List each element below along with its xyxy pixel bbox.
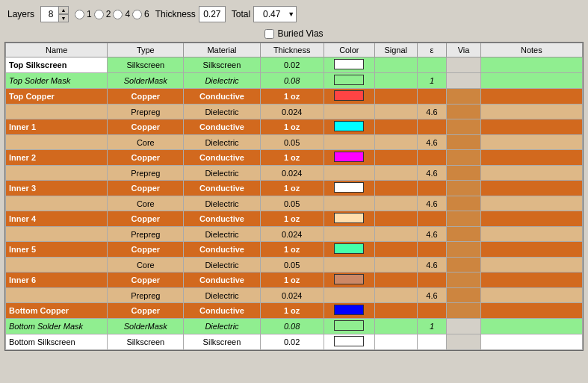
cell-color[interactable] (324, 319, 374, 334)
cell-type: Core (108, 135, 184, 150)
cell-name: Top Silkscreen (6, 57, 108, 73)
cell-name: Inner 5 (6, 242, 108, 258)
thickness-input[interactable] (199, 6, 226, 22)
cell-type: Copper (108, 242, 184, 258)
cell-material: Dielectric (184, 105, 260, 119)
cell-material: Dielectric (184, 135, 260, 150)
radio-4-label: 4 (125, 9, 130, 19)
cell-signal (374, 57, 417, 73)
buried-vias-row: Buried Vias (4, 28, 584, 39)
cell-thickness: 0.08 (260, 73, 324, 89)
cell-notes (480, 273, 582, 288)
cell-signal (374, 211, 417, 227)
cell-epsilon: 4.6 (417, 258, 447, 273)
cell-notes (480, 303, 582, 319)
buried-vias-checkbox[interactable] (264, 29, 274, 39)
cell-notes (480, 242, 582, 258)
cell-epsilon (417, 181, 447, 196)
cell-type: Prepreg (108, 227, 184, 242)
thickness-label: Thickness (155, 9, 196, 19)
cell-thickness: 0.02 (260, 334, 324, 350)
cell-signal (374, 227, 417, 242)
color-swatch (334, 213, 364, 223)
cell-epsilon (417, 89, 447, 105)
cell-name: Inner 2 (6, 150, 108, 166)
cell-color[interactable] (324, 211, 374, 227)
cell-color[interactable] (324, 303, 374, 319)
buried-vias-label: Buried Vias (277, 28, 323, 39)
total-dropdown-arrow[interactable]: ▼ (288, 10, 294, 18)
radio-4[interactable] (113, 10, 123, 19)
cell-via (447, 73, 480, 89)
table-row: Bottom Silkscreen Silkscreen Silkscreen … (6, 334, 583, 350)
cell-signal (374, 119, 417, 135)
cell-color[interactable] (324, 73, 374, 89)
radio-6[interactable] (132, 10, 142, 19)
cell-material: Conductive (184, 89, 260, 105)
th-signal: Signal (374, 43, 417, 57)
table-row: Core Dielectric 0.05 4.6 (6, 135, 583, 150)
cell-color[interactable] (324, 181, 374, 196)
layers-down-btn[interactable]: ▼ (58, 14, 69, 22)
th-via: Via (447, 43, 480, 57)
cell-name (6, 258, 108, 273)
cell-via (447, 150, 480, 166)
layers-up-btn[interactable]: ▲ (58, 6, 69, 14)
cell-epsilon (417, 273, 447, 288)
cell-epsilon: 1 (417, 319, 447, 334)
cell-type: Copper (108, 119, 184, 135)
cell-material: Conductive (184, 303, 260, 319)
cell-signal (374, 166, 417, 181)
cell-material: Dielectric (184, 258, 260, 273)
cell-via (447, 135, 480, 150)
cell-color[interactable] (324, 89, 374, 105)
total-section: Total 0.47 ▼ (232, 6, 297, 22)
table-row: Inner 3 Copper Conductive 1 oz (6, 181, 583, 196)
cell-signal (374, 150, 417, 166)
cell-material: Conductive (184, 181, 260, 196)
cell-type: Prepreg (108, 288, 184, 303)
radio-2-label: 2 (106, 9, 111, 19)
cell-color (324, 196, 374, 211)
cell-epsilon (417, 334, 447, 350)
color-swatch (334, 305, 364, 315)
color-swatch (334, 121, 364, 131)
cell-type: Silkscreen (108, 57, 184, 73)
cell-color (324, 288, 374, 303)
cell-color[interactable] (324, 242, 374, 258)
radio-2[interactable] (94, 10, 104, 19)
cell-epsilon: 4.6 (417, 135, 447, 150)
table-row: Inner 6 Copper Conductive 1 oz (6, 273, 583, 288)
cell-via (447, 303, 480, 319)
cell-signal (374, 242, 417, 258)
cell-notes (480, 57, 582, 73)
cell-color (324, 166, 374, 181)
color-swatch (334, 59, 364, 69)
table-row: Prepreg Dielectric 0.024 4.6 (6, 166, 583, 181)
cell-via (447, 57, 480, 73)
table-header-row: Name Type Material Thickness Color Signa… (6, 43, 583, 57)
cell-type: Prepreg (108, 166, 184, 181)
cell-thickness: 0.024 (260, 166, 324, 181)
cell-color[interactable] (324, 57, 374, 73)
cell-color[interactable] (324, 150, 374, 166)
cell-color (324, 258, 374, 273)
color-swatch (334, 243, 364, 254)
cell-name: Top Copper (6, 89, 108, 105)
cell-notes (480, 135, 582, 150)
cell-color[interactable] (324, 119, 374, 135)
table-row: Top Silkscreen Silkscreen Silkscreen 0.0… (6, 57, 583, 73)
total-label: Total (232, 9, 250, 19)
cell-via (447, 258, 480, 273)
radio-1[interactable] (75, 10, 84, 19)
cell-name: Top Solder Mask (6, 73, 108, 89)
th-material: Material (184, 43, 260, 57)
cell-color[interactable] (324, 334, 374, 350)
cell-color[interactable] (324, 273, 374, 288)
table-container: Name Type Material Thickness Color Signa… (4, 42, 584, 351)
cell-name: Inner 4 (6, 211, 108, 227)
cell-signal (374, 135, 417, 150)
cell-signal (374, 181, 417, 196)
th-notes: Notes (480, 43, 582, 57)
cell-name: Bottom Copper (6, 303, 108, 319)
